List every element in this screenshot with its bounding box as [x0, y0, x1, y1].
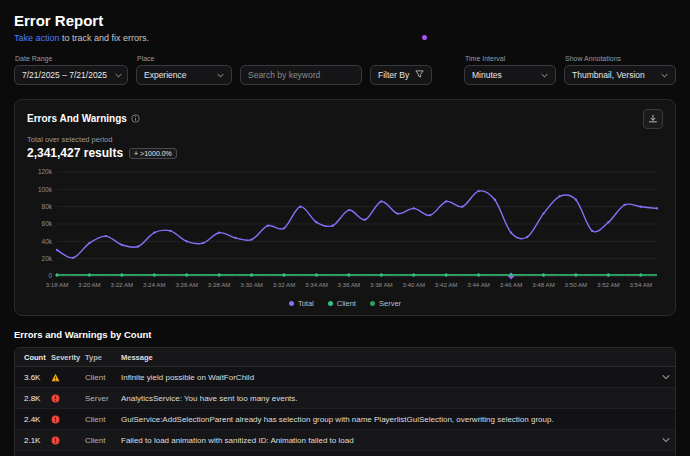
column-header-message: Message [121, 353, 657, 362]
table-header: CountSeverityTypeMessage [15, 348, 675, 367]
table-row: 2.4KClientGuiService:AddSelectionParent … [15, 409, 675, 430]
total-label: Total over selected period [27, 135, 663, 144]
date-range-select[interactable]: 7/21/2025 – 7/21/2025 [14, 65, 128, 85]
svg-text:3:50 AM: 3:50 AM [565, 281, 588, 288]
filter-by-button[interactable]: Filter By [370, 65, 432, 85]
errors-table: CountSeverityTypeMessage 3.6KClientInfin… [14, 347, 676, 456]
table-row: 2.8KServerAnalyticsService: You have sen… [15, 388, 675, 409]
chevron-down-icon [541, 70, 548, 80]
warning-icon [51, 373, 60, 382]
svg-text:60k: 60k [42, 220, 53, 227]
error-icon [51, 436, 60, 445]
chart-legend: TotalClientServer [27, 299, 663, 308]
time-interval-value: Minutes [472, 70, 502, 80]
svg-text:3:28 AM: 3:28 AM [208, 281, 231, 288]
legend-dot-server [370, 301, 375, 306]
chevron-down-icon [115, 70, 122, 80]
table-section: Errors and Warnings by Count CountSeveri… [14, 329, 676, 456]
svg-text:3:34 AM: 3:34 AM [305, 281, 328, 288]
row-count: 2.8K [15, 394, 51, 403]
svg-text:3:38 AM: 3:38 AM [370, 281, 393, 288]
row-severity [51, 415, 85, 424]
card-title: Errors And Warnings [27, 113, 127, 124]
expand-chevron-icon[interactable] [657, 437, 675, 443]
info-icon[interactable] [131, 109, 140, 127]
chevron-down-icon [661, 70, 668, 80]
funnel-icon [415, 70, 424, 80]
row-type: Client [85, 373, 121, 382]
show-annotations-value: Thumbnail, Version [572, 70, 645, 80]
svg-text:3:40 AM: 3:40 AM [402, 281, 425, 288]
subtitle-text: to track and fix errors. [60, 33, 150, 43]
error-report-page: Error Report Take action to track and fi… [0, 0, 690, 456]
svg-text:3:26 AM: 3:26 AM [175, 281, 198, 288]
search-input[interactable] [240, 65, 362, 85]
legend-dot-total [289, 301, 294, 306]
table-body: 3.6KClientInfinite yield possible on Wai… [15, 367, 675, 456]
time-interval-field: Time Interval Minutes [464, 55, 556, 85]
svg-text:120k: 120k [38, 168, 53, 175]
svg-text:40k: 40k [42, 238, 53, 245]
row-message: Infinite yield possible on WaitForChild [121, 373, 657, 382]
row-count: 3.6K [15, 373, 51, 382]
svg-text:20k: 20k [42, 255, 53, 262]
table-row[interactable]: 3.6KClientInfinite yield possible on Wai… [15, 367, 675, 388]
date-range-value: 7/21/2025 – 7/21/2025 [22, 70, 107, 80]
column-header-count: Count [15, 353, 51, 362]
error-icon [51, 415, 60, 424]
legend-item-server[interactable]: Server [370, 299, 401, 308]
error-icon [51, 394, 60, 403]
place-select[interactable]: Experience [136, 65, 232, 85]
date-range-field: Date Range 7/21/2025 – 7/21/2025 [14, 55, 128, 85]
row-type: Client [85, 415, 121, 424]
time-interval-select[interactable]: Minutes [464, 65, 556, 85]
legend-item-client[interactable]: Client [328, 299, 356, 308]
table-row[interactable]: 2.1KClientFailed to load animation with … [15, 430, 675, 451]
place-label: Place [137, 55, 232, 62]
row-count: 2.4K [15, 415, 51, 424]
download-icon [648, 112, 658, 127]
column-header-severity: Severity [51, 353, 85, 362]
svg-text:3:22 AM: 3:22 AM [111, 281, 134, 288]
date-range-label: Date Range [15, 55, 128, 62]
legend-label: Total [298, 299, 314, 308]
page-title: Error Report [14, 12, 676, 29]
row-message: GuiService:AddSelectionParent already ha… [121, 415, 657, 424]
row-severity [51, 394, 85, 403]
filter-bar: Date Range 7/21/2025 – 7/21/2025 Place E… [14, 55, 676, 85]
svg-text:3:48 AM: 3:48 AM [532, 281, 555, 288]
take-action-link[interactable]: Take action [14, 33, 60, 43]
legend-label: Server [379, 299, 401, 308]
svg-text:3:52 AM: 3:52 AM [597, 281, 620, 288]
svg-text:3:36 AM: 3:36 AM [338, 281, 361, 288]
row-severity [51, 436, 85, 445]
svg-text:3:44 AM: 3:44 AM [467, 281, 490, 288]
legend-item-total[interactable]: Total [289, 299, 314, 308]
show-annotations-field: Show Annotations Thumbnail, Version [564, 55, 676, 85]
place-field: Place Experience [136, 55, 232, 85]
delta-badge: + >1000.0% [129, 148, 177, 159]
svg-text:3:46 AM: 3:46 AM [500, 281, 523, 288]
page-subtitle: Take action to track and fix errors. [14, 33, 676, 43]
show-annotations-label: Show Annotations [565, 55, 676, 62]
filter-bar-right: Time Interval Minutes Show Annotations T… [464, 55, 676, 85]
download-button[interactable] [643, 109, 663, 129]
legend-dot-client [328, 301, 333, 306]
filter-by-field: Filter By [370, 65, 432, 85]
svg-text:80k: 80k [42, 203, 53, 210]
search-field [240, 65, 362, 85]
expand-chevron-icon[interactable] [657, 374, 675, 380]
svg-text:3:32 AM: 3:32 AM [273, 281, 296, 288]
filter-by-label: Filter By [378, 70, 409, 80]
row-message: Failed to load animation with sanitized … [121, 436, 657, 445]
show-annotations-select[interactable]: Thumbnail, Version [564, 65, 676, 85]
errors-warnings-card: Errors And Warnings Total over selected … [14, 99, 676, 316]
place-value: Experience [144, 70, 187, 80]
row-type: Client [85, 436, 121, 445]
table-row: 1.2KClientGetServerChannelRemote not ava… [15, 451, 675, 456]
row-count: 2.1K [15, 436, 51, 445]
column-header-type: Type [85, 353, 121, 362]
time-interval-label: Time Interval [465, 55, 556, 62]
row-type: Server [85, 394, 121, 403]
svg-text:100k: 100k [38, 186, 53, 193]
